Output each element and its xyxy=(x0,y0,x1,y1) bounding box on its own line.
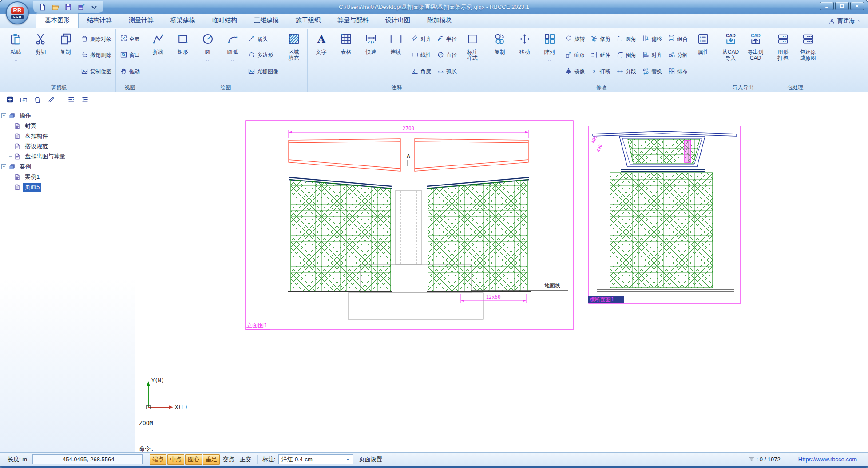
ribbon-small-button[interactable]: 复制位图 xyxy=(79,67,113,77)
ribbon-small-button[interactable]: 偏移 xyxy=(640,34,664,44)
ribbon-small-button[interactable]: 弧长 xyxy=(435,67,459,77)
ribbon-small-button[interactable]: 撤销删除 xyxy=(79,50,113,61)
ribbon-small-button[interactable]: 多边形 xyxy=(246,50,280,61)
ribbon-small-button[interactable]: 镜像 xyxy=(563,67,587,77)
addfolder-button[interactable] xyxy=(18,95,29,106)
ribbon-button-label: 圆角 xyxy=(626,35,636,43)
tab-10[interactable]: 附加模块 xyxy=(419,14,460,28)
snap-toggle-2[interactable]: 中点 xyxy=(167,454,184,465)
ribbon-small-button[interactable]: 删除对象 xyxy=(79,34,113,44)
ribbon-small-button[interactable]: 排布 xyxy=(666,67,690,77)
ribbon-small-button[interactable]: 全显 xyxy=(118,34,142,44)
ribbon-small-button[interactable]: 打断 xyxy=(589,67,612,77)
ribbon-big-button[interactable]: 剪切 xyxy=(28,29,53,83)
expand-button[interactable] xyxy=(65,95,77,106)
tree-folder-item[interactable]: 操作 xyxy=(1,110,134,121)
tree-page-item[interactable]: 案例1 xyxy=(9,172,134,182)
close-button[interactable] xyxy=(850,2,864,10)
snap-toggle-6[interactable]: 正交 xyxy=(238,454,254,465)
snap-toggle-3[interactable]: 圆心 xyxy=(185,454,202,465)
ribbon-small-button[interactable]: 箭头 xyxy=(246,34,280,44)
delete-button[interactable] xyxy=(32,95,43,106)
user-account[interactable]: 曹建海 xyxy=(828,17,861,25)
maximize-button[interactable] xyxy=(835,2,849,10)
ribbon-small-button[interactable]: 分段 xyxy=(614,67,638,77)
scale-icon xyxy=(565,51,572,60)
tree-page-item[interactable]: 搭设规范 xyxy=(9,141,134,151)
ribbon-big-button[interactable]: CAD导出到 CAD xyxy=(743,29,768,83)
tab-4[interactable]: 桥梁建模 xyxy=(162,14,204,28)
ribbon-big-button[interactable]: 属性 xyxy=(691,29,715,83)
tree-page-item[interactable]: 封页 xyxy=(9,121,134,131)
ribbon-small-button[interactable]: 拖动 xyxy=(118,67,142,77)
save-as-button[interactable] xyxy=(76,2,86,12)
ribbon-big-button[interactable]: 复制 xyxy=(53,29,78,83)
ribbon-small-button[interactable]: 对齐 xyxy=(640,50,664,61)
tree-folder-item[interactable]: 案例 xyxy=(1,161,134,172)
ribbon-small-button[interactable]: 延伸 xyxy=(589,50,612,61)
new-file-button[interactable] xyxy=(38,2,48,12)
tree-page-item[interactable]: 盘扣出图与算量 xyxy=(9,151,134,161)
snap-toggle-1[interactable]: 端点 xyxy=(150,454,166,465)
ribbon-big-button[interactable]: A文字 xyxy=(309,29,333,83)
tab-1[interactable]: 基本图形 xyxy=(36,13,79,28)
page-setup-button[interactable]: 页面设置 xyxy=(353,456,388,464)
ribbon-big-button[interactable]: 标注 样式 xyxy=(460,29,484,83)
tab-2[interactable]: 结构计算 xyxy=(79,14,120,28)
open-file-button[interactable] xyxy=(51,2,60,12)
app-logo[interactable]: RB CCE xyxy=(6,1,29,24)
ribbon-small-button[interactable]: 旋转 xyxy=(563,34,587,44)
tree-page-item[interactable]: 页面5 xyxy=(9,182,134,192)
tree-expander-icon[interactable] xyxy=(1,113,6,118)
tab-5[interactable]: 临时结构 xyxy=(204,14,246,28)
ribbon-small-button[interactable]: 组合 xyxy=(666,34,690,44)
save-button[interactable] xyxy=(63,2,73,12)
dim-style-select[interactable]: 洋红-0.4-cm xyxy=(278,454,353,464)
ribbon-small-button[interactable]: 圆角 xyxy=(614,34,638,44)
ribbon-big-button[interactable]: 圆弧 xyxy=(220,29,245,83)
ribbon-small-button[interactable]: 光栅图像 xyxy=(246,67,280,77)
ribbon-big-button[interactable]: 区域 填充 xyxy=(281,29,306,83)
drawing-canvas[interactable]: 2700 A xyxy=(135,92,868,417)
ribbon-big-button[interactable]: 阵列 xyxy=(537,29,562,83)
ribbon-small-button[interactable]: 修剪 xyxy=(589,34,612,44)
ribbon-small-button[interactable]: 对齐 xyxy=(409,34,433,44)
ribbon-button-label: 标注 样式 xyxy=(467,49,478,61)
tab-6[interactable]: 三维建模 xyxy=(246,14,287,28)
ribbon-small-button[interactable]: 线性 xyxy=(409,50,433,61)
ribbon-big-button[interactable]: 表格 xyxy=(334,29,358,83)
tree-page-item[interactable]: 盘扣构件 xyxy=(9,131,134,141)
ribbon-small-button[interactable]: 分解 xyxy=(666,50,690,61)
ribbon-big-button[interactable]: 圆 xyxy=(195,29,220,83)
ribbon-small-button[interactable]: 半径 xyxy=(435,34,459,44)
ribbon-small-button[interactable]: 窗口 xyxy=(118,50,142,61)
minimize-button[interactable] xyxy=(820,2,834,10)
ribbon-big-button[interactable]: 移动 xyxy=(512,29,537,83)
qat-menu-button[interactable] xyxy=(89,2,99,12)
ribbon-big-button[interactable]: CAD从CAD 导入 xyxy=(718,29,743,83)
ribbon-small-button[interactable]: 倒角 xyxy=(614,50,638,61)
edit-button[interactable] xyxy=(45,95,57,106)
ribbon-big-button[interactable]: 复制 xyxy=(488,29,512,83)
tab-9[interactable]: 设计出图 xyxy=(377,14,419,28)
tab-8[interactable]: 算量与配料 xyxy=(329,14,377,28)
ribbon-big-button[interactable]: 矩形 xyxy=(170,29,195,83)
ribbon-small-button[interactable]: 缩放 xyxy=(563,50,587,61)
ribbon-big-button[interactable]: 折线 xyxy=(146,29,170,83)
addpage-button[interactable] xyxy=(4,95,16,106)
tab-7[interactable]: 施工组织 xyxy=(287,14,329,28)
tab-3[interactable]: 测量计算 xyxy=(120,14,162,28)
ribbon-big-button[interactable]: 连续 xyxy=(384,29,408,83)
ribbon-small-button[interactable]: 角度 xyxy=(409,67,433,77)
ribbon-big-button[interactable]: 包还原 成原图 xyxy=(796,29,820,83)
ribbon-big-button[interactable]: 快速 xyxy=(359,29,383,83)
tree-expander-icon[interactable] xyxy=(1,164,6,169)
snap-toggle-5[interactable]: 交点 xyxy=(221,454,237,465)
collapse-button[interactable] xyxy=(79,95,91,106)
ribbon-small-button[interactable]: 替换 xyxy=(640,67,664,77)
snap-toggle-4[interactable]: 垂足 xyxy=(203,454,220,465)
ribbon-big-button[interactable]: 粘贴 xyxy=(4,29,28,83)
website-link[interactable]: Https://www.rbcce.com xyxy=(798,456,857,463)
ribbon-big-button[interactable]: 图形 打包 xyxy=(771,29,795,83)
ribbon-small-button[interactable]: 直径 xyxy=(435,50,459,61)
